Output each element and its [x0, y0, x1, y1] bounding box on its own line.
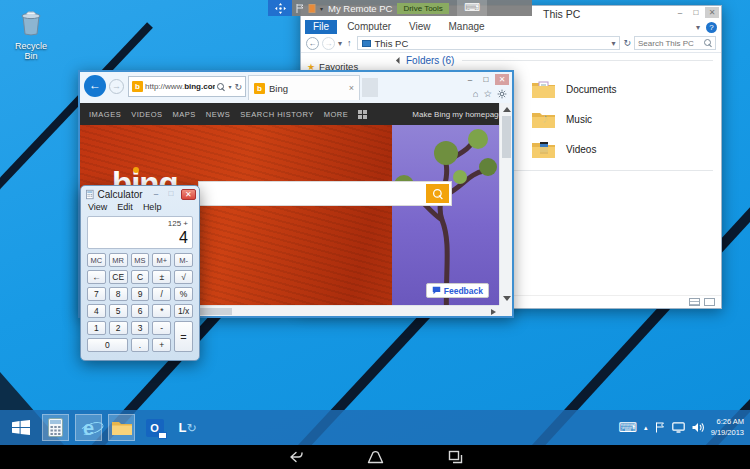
close-button[interactable]: ✕: [705, 7, 719, 18]
bing-search-input[interactable]: [203, 182, 418, 205]
bing-nav-item[interactable]: MAPS: [173, 110, 196, 119]
address-dropdown-icon[interactable]: ▾: [228, 83, 231, 90]
calc-key[interactable]: C: [131, 270, 150, 284]
new-tab-button[interactable]: [362, 78, 378, 97]
taskbar-clock[interactable]: 6:26 AM 9/19/2013: [711, 417, 744, 437]
network-icon[interactable]: [672, 422, 685, 433]
bing-nav-item[interactable]: MORE: [324, 110, 349, 119]
calc-key-equals[interactable]: =: [174, 321, 193, 352]
history-dropdown-icon[interactable]: ▾: [338, 39, 342, 48]
calc-key[interactable]: CE: [109, 270, 128, 284]
folders-group-header[interactable]: Folders (6): [397, 55, 713, 66]
vertical-scrollbar[interactable]: [499, 103, 512, 305]
calc-key[interactable]: 5: [109, 304, 128, 318]
calc-key[interactable]: √: [174, 270, 193, 284]
maximize-button[interactable]: □: [479, 74, 493, 85]
feedback-button[interactable]: Feedback: [426, 283, 489, 298]
scroll-thumb[interactable]: [502, 116, 511, 158]
bing-nav-item[interactable]: IMAGES: [89, 110, 121, 119]
bing-apps-grid-icon[interactable]: [358, 110, 367, 119]
taskbar-internet-explorer[interactable]: e: [75, 414, 102, 441]
refresh-button[interactable]: ↻: [623, 38, 631, 48]
tab-view[interactable]: View: [401, 20, 439, 34]
favorites-icon[interactable]: ☆: [483, 88, 492, 99]
back-button[interactable]: ←: [306, 37, 319, 50]
taskbar-outlook[interactable]: O: [141, 414, 168, 441]
android-recents-button[interactable]: [447, 449, 464, 465]
calc-key[interactable]: *: [152, 304, 171, 318]
address-breadcrumb[interactable]: This PC ▾: [357, 36, 621, 50]
home-icon[interactable]: ⌂: [473, 88, 479, 99]
drive-tools-contextual-tab[interactable]: Drive Tools: [397, 3, 448, 14]
windows-desktop[interactable]: Recycle Bin This PC – □ ✕ File Computer …: [0, 0, 750, 445]
dropdown-caret-icon[interactable]: ▾: [320, 5, 323, 12]
browser-tab-bing[interactable]: b Bing ×: [248, 75, 360, 100]
recycle-bin[interactable]: Recycle Bin: [8, 8, 54, 61]
calc-key[interactable]: 6: [131, 304, 150, 318]
calc-key[interactable]: MC: [87, 253, 106, 267]
folder-item-documents[interactable]: Documents: [531, 74, 713, 104]
bing-search-button[interactable]: [426, 184, 449, 203]
address-search-icon[interactable]: [217, 83, 225, 91]
make-homepage-link[interactable]: Make Bing my homepage: [412, 110, 503, 119]
calculator-titlebar[interactable]: Calculator – □ ✕: [81, 186, 199, 201]
calc-key[interactable]: 7: [87, 287, 106, 301]
settings-gear-icon[interactable]: [497, 89, 507, 99]
close-button[interactable]: ✕: [495, 74, 509, 85]
calc-key[interactable]: -: [152, 321, 171, 335]
calc-key[interactable]: MR: [109, 253, 128, 267]
tab-computer[interactable]: Computer: [339, 20, 399, 34]
taskbar-file-explorer[interactable]: [108, 414, 135, 441]
calc-key[interactable]: 8: [109, 287, 128, 301]
calc-key[interactable]: ±: [152, 270, 171, 284]
up-button[interactable]: ↑: [345, 38, 354, 48]
page-refresh-icon[interactable]: ↻: [234, 82, 242, 92]
start-button[interactable]: [6, 414, 36, 441]
address-dropdown-icon[interactable]: ▾: [611, 39, 615, 48]
taskbar-calculator[interactable]: [42, 414, 69, 441]
calc-key[interactable]: 4: [87, 304, 106, 318]
browser-forward-button[interactable]: →: [109, 79, 124, 94]
touch-keyboard-icon[interactable]: ⌨: [618, 420, 637, 435]
volume-icon[interactable]: [692, 422, 704, 433]
maximize-button[interactable]: □: [689, 7, 703, 18]
minimize-button[interactable]: –: [463, 74, 477, 85]
calc-key[interactable]: +: [152, 338, 171, 352]
details-view-button[interactable]: [689, 298, 700, 306]
maximize-button[interactable]: □: [166, 189, 177, 200]
bing-nav-item[interactable]: VIDEOS: [131, 110, 162, 119]
calc-key[interactable]: /: [152, 287, 171, 301]
calc-key[interactable]: 9: [131, 287, 150, 301]
android-back-button[interactable]: [287, 449, 304, 465]
tab-file[interactable]: File: [305, 20, 337, 34]
minimize-button[interactable]: –: [673, 7, 687, 18]
pan-control-button[interactable]: [268, 0, 292, 16]
scroll-right-icon[interactable]: [491, 309, 496, 315]
close-button[interactable]: ✕: [181, 189, 196, 200]
android-home-button[interactable]: [366, 449, 385, 465]
expand-ribbon-icon[interactable]: ▾: [696, 23, 700, 32]
help-button[interactable]: ?: [706, 22, 717, 33]
thumbnail-view-button[interactable]: [704, 298, 715, 306]
bing-nav-item[interactable]: SEARCH HISTORY: [240, 110, 313, 119]
action-center-flag-icon[interactable]: [655, 422, 665, 433]
menu-help[interactable]: Help: [143, 202, 162, 212]
keyboard-toggle-button[interactable]: ⌨: [457, 0, 487, 16]
calc-key[interactable]: M-: [174, 253, 193, 267]
calc-key[interactable]: 3: [131, 321, 150, 335]
hidden-icons-chevron[interactable]: ▴: [644, 424, 648, 432]
menu-edit[interactable]: Edit: [117, 202, 133, 212]
calc-key[interactable]: 2: [109, 321, 128, 335]
folder-item-music[interactable]: ♪ Music: [531, 104, 713, 134]
calc-key[interactable]: .: [131, 338, 150, 352]
tab-close-icon[interactable]: ×: [349, 83, 354, 93]
calc-key[interactable]: %: [174, 287, 193, 301]
browser-back-button[interactable]: ←: [84, 75, 106, 97]
forward-button[interactable]: →: [322, 37, 335, 50]
folder-item-videos[interactable]: Videos: [531, 134, 713, 164]
menu-view[interactable]: View: [88, 202, 107, 212]
calc-key[interactable]: 0: [87, 338, 128, 352]
calc-key[interactable]: ←: [87, 270, 106, 284]
scroll-down-icon[interactable]: [503, 296, 511, 301]
calc-key[interactable]: 1/x: [174, 304, 193, 318]
